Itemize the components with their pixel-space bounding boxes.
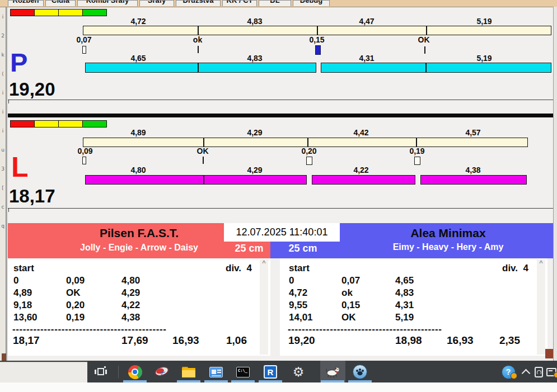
settings-button[interactable]: ⚙ xyxy=(291,365,306,379)
cell: 4,65 xyxy=(395,275,414,286)
results-right-total-3: 16,93 xyxy=(447,334,474,347)
lane-l-marker-4 xyxy=(414,157,420,165)
lane-p-marker-3-filled xyxy=(315,45,321,55)
command-prompt-button[interactable]: C:\_ xyxy=(235,365,251,379)
task-view-button[interactable] xyxy=(93,365,109,379)
running-indicator-contacts xyxy=(204,380,228,382)
startlight-yellow2 xyxy=(58,9,83,16)
tab-druzstva[interactable]: Družstva xyxy=(176,0,221,6)
cell: 4,72 xyxy=(289,287,307,299)
lane-p-total: 19,20 xyxy=(9,79,55,100)
cell: 0 xyxy=(289,275,294,286)
tray-help-button[interactable]: ? xyxy=(500,365,516,379)
results-right-total-2: 18,98 xyxy=(395,334,422,347)
cell: 0,20 xyxy=(66,300,85,311)
vnc-viewer-icon: R xyxy=(264,365,277,379)
tab-srafy[interactable]: Šráfy xyxy=(139,0,174,6)
chrome-icon xyxy=(128,365,142,379)
lane-p-split-bottom-3: 4,31 xyxy=(344,54,389,63)
lane-p-split-top-1: 4,72 xyxy=(116,17,161,26)
contacts-app-icon xyxy=(209,367,223,377)
results-left-division: div. 4 xyxy=(226,263,252,274)
lane-p-marker-4 xyxy=(424,46,425,54)
lane-l-dog-bar-1 xyxy=(85,175,307,185)
lane-p-split-bottom-2: 4,83 xyxy=(232,54,277,63)
file-explorer-button[interactable] xyxy=(181,365,196,379)
lane-p-split-top-3: 4,47 xyxy=(344,17,389,26)
tab-cidla[interactable]: Čidla xyxy=(45,0,76,6)
lane-l-dog-bar-3 xyxy=(420,175,527,185)
lane-p-startlight-strip xyxy=(10,9,107,16)
file-explorer-icon xyxy=(182,367,195,377)
lane-l-startlight-strip xyxy=(10,120,107,127)
lane-l-marker-1 xyxy=(82,157,86,164)
cell: 4,83 xyxy=(395,287,414,299)
results-right-scrollbar[interactable]: ^ xyxy=(537,259,545,355)
tab-rozbeh[interactable]: Rozběh xyxy=(8,0,44,6)
lane-p-change-1: 0,07 xyxy=(62,35,106,44)
running-indicator-cmd xyxy=(231,380,255,382)
task-view-icon xyxy=(95,366,107,377)
lane-p-change-2: ok xyxy=(175,35,220,44)
lane-p-split-bar-divider-3 xyxy=(426,26,427,35)
flyball-dog-app-button[interactable] xyxy=(325,365,340,379)
lane-p-change-3: 0,15 xyxy=(294,35,339,44)
help-badge xyxy=(511,372,517,379)
lane-p-split-top-2: 4,83 xyxy=(232,17,277,26)
lane-p-marker-1 xyxy=(82,46,86,54)
results-left-total-2: 17,69 xyxy=(121,334,148,347)
background-fragment xyxy=(2,353,6,361)
command-prompt-icon: C:\_ xyxy=(236,367,250,377)
vnc-viewer-button[interactable]: R xyxy=(263,365,278,379)
results-left-total-time: 18,17 xyxy=(13,334,40,347)
chrome-taskbar-button[interactable] xyxy=(127,365,143,379)
results-left-scrollbar[interactable]: ^ xyxy=(260,259,268,355)
paw-app-button[interactable] xyxy=(352,365,368,379)
results-left-total-3: 16,93 xyxy=(172,334,199,347)
cell: 0,15 xyxy=(341,300,360,311)
scroll-up-arrow[interactable]: ^ xyxy=(260,259,268,266)
lane-p-letter: P xyxy=(10,47,27,78)
tab-strip-border xyxy=(0,7,557,7)
lane-l-change-3: 0,20 xyxy=(287,147,331,155)
lane-l-split-top-2: 4,29 xyxy=(232,128,277,137)
lane-l-split-bar-divider-1 xyxy=(203,138,204,147)
results-right-total-time: 19,20 xyxy=(288,334,315,347)
team-right-name: Alea Minimax xyxy=(343,226,553,240)
running-indicator-dog-app xyxy=(321,380,344,382)
snipping-app-button[interactable]: ✂ xyxy=(154,365,170,379)
startlight-green xyxy=(82,9,107,16)
lane-p-marker-2 xyxy=(198,46,199,53)
cell: ok xyxy=(341,287,353,299)
results-right-start-label: start xyxy=(289,263,310,274)
background-fragment xyxy=(545,349,553,358)
cell: 4,89 xyxy=(13,287,32,299)
tab-kombi-srafy[interactable]: Kombi Šráfy xyxy=(77,0,138,6)
lane-p-split-bar-divider-2 xyxy=(317,26,318,35)
lane-l-letter: L xyxy=(11,151,29,183)
cell: 0,07 xyxy=(341,275,360,286)
running-indicator-paw-app xyxy=(348,380,372,382)
flyball-timer-screen: Rozběh Čidla Kombi Šráfy Šráfy Družstva … xyxy=(0,0,557,392)
lane-l-underline xyxy=(8,208,553,209)
lane-p-change-4: OK xyxy=(401,35,446,44)
cell: 9,55 xyxy=(289,300,307,311)
contacts-app-button[interactable] xyxy=(208,365,224,379)
cell: 4,80 xyxy=(121,275,140,286)
tab-debug[interactable]: Debug xyxy=(293,0,330,6)
results-right-separator: ----------------------------------------… xyxy=(288,324,442,335)
remote-display-button[interactable] xyxy=(544,365,557,379)
tab-kk-ct[interactable]: KK / ČT xyxy=(222,0,257,6)
cell: 4,38 xyxy=(121,312,140,323)
lane-l-split-top-4: 4,57 xyxy=(451,128,495,137)
chevron-up-icon xyxy=(521,369,530,377)
scroll-up-arrow[interactable]: ^ xyxy=(537,259,545,266)
lane-l-split-bottom-3: 4,22 xyxy=(339,166,383,174)
background-window-sliver: i 2 k ( i i i u 3 [ c q xyxy=(0,7,6,361)
lane-p-dog-bar-2 xyxy=(321,63,551,73)
startlight-green xyxy=(82,120,107,127)
results-left-separator: ----------------------------------------… xyxy=(12,324,167,335)
cell: 0 xyxy=(13,275,18,286)
tab-dl[interactable]: DL xyxy=(259,0,291,6)
taskbar-overlay-panel xyxy=(0,362,87,382)
